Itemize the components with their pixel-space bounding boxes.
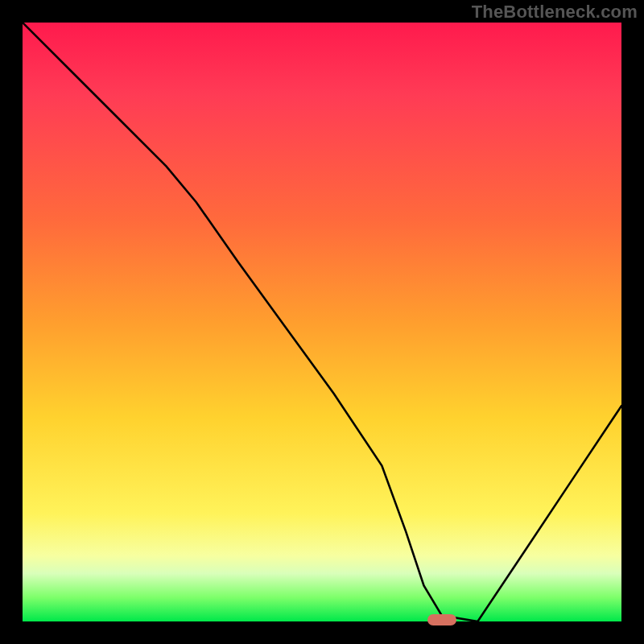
chart-frame: TheBottleneck.com <box>0 0 644 644</box>
series-overlay <box>23 23 621 621</box>
optimum-marker <box>427 614 456 625</box>
watermark-text: TheBottleneck.com <box>472 2 638 23</box>
series-curve <box>23 23 621 621</box>
plot-area <box>23 23 621 621</box>
